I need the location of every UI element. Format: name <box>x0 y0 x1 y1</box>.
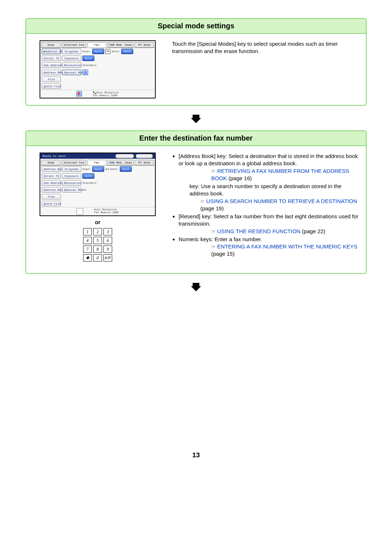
btn-speaker[interactable]: Speaker <box>115 154 134 158</box>
mfp-ready: Ready to send. <box>42 154 67 158</box>
key-3[interactable]: 3 <box>103 228 112 235</box>
btn-quick-file[interactable]: Quick File <box>42 84 61 89</box>
key-5[interactable]: 5 <box>93 237 102 244</box>
section-enter-fax-number: Enter the destination fax number Ready t… <box>25 130 367 274</box>
btn-special-modes[interactable]: Special Modes <box>62 70 81 75</box>
addr-book-key-label: [Address Book] key: <box>179 153 227 159</box>
scan-auto-2[interactable]: Auto <box>92 166 104 172</box>
phonebook-icon[interactable]: 📕 <box>76 91 82 97</box>
key-6[interactable]: 6 <box>103 237 112 244</box>
btn-resolution-2[interactable]: Resolution <box>62 180 81 186</box>
key-9[interactable]: 9 <box>103 246 112 253</box>
exposure-auto[interactable]: Auto <box>82 56 94 61</box>
btn-exposure[interactable]: Exposure <box>62 56 81 61</box>
tab-internet-fax[interactable]: Internet Fax <box>62 42 86 48</box>
tab-pc-scan-2[interactable]: PC Scan <box>135 160 154 165</box>
tab-scan-2[interactable]: Scan <box>41 160 61 165</box>
key-7[interactable]: 7 <box>83 246 92 253</box>
pointer-icon: ☞ <box>211 169 216 174</box>
btn-resolution[interactable]: Resolution <box>62 62 81 68</box>
search-page-ref: (page 19) <box>200 205 224 211</box>
btn-original[interactable]: Original <box>62 49 81 54</box>
btn-special-modes-2[interactable]: Special Modes <box>62 187 81 193</box>
mfp-tabs: Scan Internet Fax Fax USB Mem. Scan PC S… <box>40 41 155 48</box>
btn-direct-tx[interactable]: Direct TX <box>42 56 61 61</box>
btn-direct-tx-2[interactable]: Direct TX <box>42 173 61 179</box>
arrow-down-2 <box>25 278 367 299</box>
btn-file-2[interactable]: File <box>42 194 61 199</box>
key-0[interactable]: 0 <box>93 254 102 262</box>
page-number: 13 <box>25 451 367 459</box>
fax-memory-label: Fax Memory:100% <box>93 94 118 97</box>
label-send: Send: <box>111 50 120 53</box>
key-1[interactable]: 1 <box>83 228 92 235</box>
resend-key-label: [Resend] key: <box>179 213 212 219</box>
mfp-screen-1: Scan Internet Fax Fax USB Mem. Scan PC S… <box>40 40 156 98</box>
btn-sub-address-2[interactable]: Sub Address <box>42 180 61 186</box>
label-scan: Scan: <box>82 50 91 53</box>
btn-quick-file-2[interactable]: Quick File <box>42 201 61 206</box>
tab-internet-fax-2[interactable]: Internet Fax <box>62 160 86 165</box>
pointer-icon: ☞ <box>211 244 216 250</box>
btn-file[interactable]: File <box>42 77 61 82</box>
btn-resend[interactable]: Resend <box>136 154 153 158</box>
tab-fax[interactable]: Fax <box>87 42 106 48</box>
key-star[interactable]: ✱ <box>83 254 92 262</box>
search-number-key-icon[interactable] <box>77 208 83 215</box>
tab-usb-mem-scan[interactable]: USB Mem. Scan <box>107 42 134 48</box>
send-auto-2[interactable]: Auto <box>120 166 132 172</box>
btn-address-review-2[interactable]: Address Review <box>42 187 61 193</box>
instruction-list: [Address Book] key: Select a destination… <box>172 153 362 258</box>
btn-original-2[interactable]: Original <box>62 166 81 172</box>
scan-size-a4: A4 <box>105 49 110 54</box>
or-label: or <box>95 219 101 225</box>
addr-page-ref: (page 16) <box>229 175 252 181</box>
numeric-text: Enter a fax number. <box>215 236 262 242</box>
tab-scan[interactable]: Scan <box>41 42 61 48</box>
link-search-number[interactable]: USING A SEARCH NUMBER TO RETRIEVE A DEST… <box>206 198 357 204</box>
key-2[interactable]: 2 <box>93 228 102 235</box>
send-auto[interactable]: Auto <box>121 49 133 54</box>
key-hash[interactable]: #/P <box>103 254 112 262</box>
tab-usb-mem-scan-2[interactable]: USB Mem. Scan <box>107 160 134 165</box>
tab-fax-2[interactable]: Fax <box>87 160 106 165</box>
arrow-down-1 <box>25 109 367 130</box>
key-4[interactable]: 4 <box>83 237 92 244</box>
btn-address-review[interactable]: Address Review <box>42 70 61 75</box>
search-key-label: key: <box>189 183 200 189</box>
link-numeric[interactable]: ENTERING A FAX NUMBER WITH THE NUMERIC K… <box>217 243 357 250</box>
numeric-page-ref: (page 15) <box>211 251 234 257</box>
key-8[interactable]: 8 <box>93 246 102 253</box>
mfp-tabs-2: Scan Internet Fax Fax USB Mem. Scan PC S… <box>40 159 155 166</box>
numeric-keypad: 1 2 3 4 5 6 7 8 9 ✱ 0 #/P <box>83 228 112 262</box>
search-text: Use a search number to specify a destina… <box>189 183 342 197</box>
section2-title: Enter the destination fax number <box>26 131 366 146</box>
pointer-icon: ☞ <box>200 199 205 204</box>
section1-desc: Touch the [Special Modes] key to select … <box>172 41 338 54</box>
tab-pc-scan[interactable]: PC Scan <box>135 42 154 48</box>
section1-title: Special mode settings <box>26 19 366 34</box>
section-special-modes: Special mode settings Scan Internet Fax … <box>25 18 367 106</box>
scan-auto[interactable]: Auto <box>92 49 104 54</box>
link-resend[interactable]: USING THE RESEND FUNCTION <box>217 228 301 234</box>
info-icon[interactable]: i <box>82 69 88 75</box>
resolution-value: Standard <box>82 64 96 67</box>
btn-address-book-2[interactable]: Address Book <box>42 166 61 172</box>
pointer-icon: ☞ <box>211 229 216 234</box>
mfp-screen-2: Ready to send. Speaker Resend Scan Inter… <box>40 153 156 216</box>
btn-address-book[interactable]: ▶Address Book <box>42 49 61 54</box>
auto-reception-label: 📞Auto Reception <box>93 91 119 94</box>
btn-exposure-2[interactable]: Exposure <box>62 173 81 179</box>
numeric-key-label: Numeric keys: <box>179 236 213 242</box>
btn-sub-address[interactable]: Sub Address <box>42 62 61 68</box>
resend-page-ref: (page 22) <box>302 228 325 234</box>
